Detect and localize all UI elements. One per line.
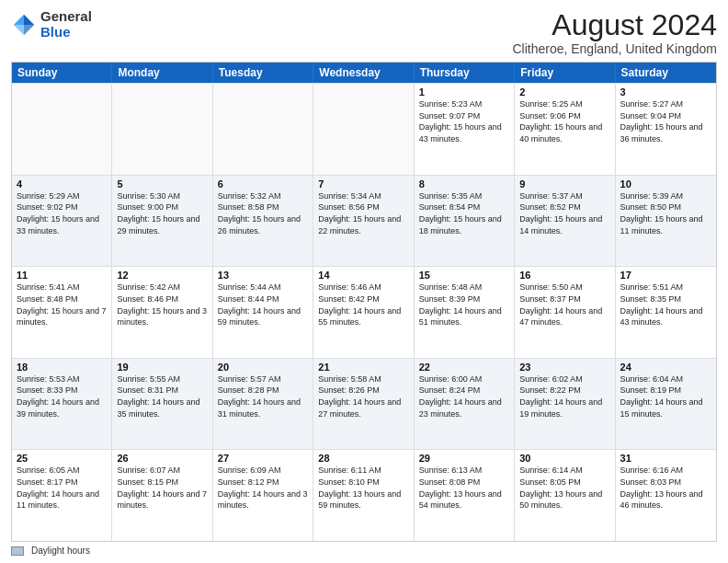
logo-icon — [11, 12, 37, 38]
day-number: 22 — [419, 362, 509, 373]
day-number: 1 — [419, 86, 509, 98]
calendar-cell: 17Sunrise: 5:51 AM Sunset: 8:35 PM Dayli… — [616, 267, 716, 358]
calendar-cell: 23Sunrise: 6:02 AM Sunset: 8:22 PM Dayli… — [515, 359, 615, 450]
page: General Blue August 2024 Clitheroe, Engl… — [0, 0, 728, 563]
day-info: Sunrise: 5:55 AM Sunset: 8:31 PM Dayligh… — [117, 373, 207, 419]
day-number: 15 — [419, 270, 509, 281]
day-info: Sunrise: 5:42 AM Sunset: 8:46 PM Dayligh… — [117, 282, 207, 327]
calendar-cell: 31Sunrise: 6:16 AM Sunset: 8:03 PM Dayli… — [616, 450, 716, 541]
header: General Blue August 2024 Clitheroe, Engl… — [11, 9, 717, 56]
calendar-cell: 12Sunrise: 5:42 AM Sunset: 8:46 PM Dayli… — [112, 267, 212, 358]
footer: Daylight hours — [11, 546, 717, 556]
day-info: Sunrise: 5:32 AM Sunset: 8:58 PM Dayligh… — [218, 190, 308, 236]
calendar-cell: 13Sunrise: 5:44 AM Sunset: 8:44 PM Dayli… — [213, 267, 313, 358]
calendar-header-row: SundayMondayTuesdayWednesdayThursdayFrid… — [12, 63, 716, 83]
day-info: Sunrise: 6:09 AM Sunset: 8:12 PM Dayligh… — [218, 465, 308, 511]
calendar-cell: 16Sunrise: 5:50 AM Sunset: 8:37 PM Dayli… — [515, 267, 615, 358]
day-info: Sunrise: 5:37 AM Sunset: 8:52 PM Dayligh… — [519, 190, 609, 236]
calendar-cell: 25Sunrise: 6:05 AM Sunset: 8:17 PM Dayli… — [12, 450, 112, 541]
day-number: 30 — [519, 453, 609, 464]
day-info: Sunrise: 6:13 AM Sunset: 8:08 PM Dayligh… — [419, 465, 509, 511]
calendar-cell: 2Sunrise: 5:25 AM Sunset: 9:06 PM Daylig… — [515, 84, 615, 175]
day-info: Sunrise: 5:29 AM Sunset: 9:02 PM Dayligh… — [17, 190, 107, 236]
day-info: Sunrise: 5:44 AM Sunset: 8:44 PM Dayligh… — [218, 282, 308, 327]
logo-text: General Blue — [40, 9, 92, 40]
day-info: Sunrise: 5:27 AM Sunset: 9:04 PM Dayligh… — [620, 98, 711, 144]
calendar: SundayMondayTuesdayWednesdayThursdayFrid… — [11, 62, 717, 542]
calendar-cell: 5Sunrise: 5:30 AM Sunset: 9:00 PM Daylig… — [112, 176, 212, 267]
day-number: 10 — [620, 178, 711, 190]
day-number: 14 — [318, 270, 408, 281]
legend-box — [11, 546, 24, 556]
day-info: Sunrise: 6:02 AM Sunset: 8:22 PM Dayligh… — [519, 373, 609, 419]
day-info: Sunrise: 5:35 AM Sunset: 8:54 PM Dayligh… — [419, 190, 509, 236]
calendar-cell: 8Sunrise: 5:35 AM Sunset: 8:54 PM Daylig… — [415, 176, 515, 267]
calendar-header-cell: Saturday — [616, 63, 716, 83]
calendar-cell — [112, 84, 212, 175]
day-number: 11 — [17, 270, 107, 281]
calendar-cell: 20Sunrise: 5:57 AM Sunset: 8:28 PM Dayli… — [213, 359, 313, 450]
calendar-cell: 3Sunrise: 5:27 AM Sunset: 9:04 PM Daylig… — [616, 84, 716, 175]
day-info: Sunrise: 6:11 AM Sunset: 8:10 PM Dayligh… — [318, 465, 408, 511]
day-number: 25 — [17, 453, 107, 464]
logo-general-text: General — [40, 9, 92, 25]
day-number: 4 — [17, 178, 107, 190]
day-info: Sunrise: 6:05 AM Sunset: 8:17 PM Dayligh… — [17, 465, 107, 511]
calendar-cell: 15Sunrise: 5:48 AM Sunset: 8:39 PM Dayli… — [415, 267, 515, 358]
day-info: Sunrise: 6:07 AM Sunset: 8:15 PM Dayligh… — [117, 465, 207, 511]
calendar-row: 18Sunrise: 5:53 AM Sunset: 8:33 PM Dayli… — [12, 358, 716, 450]
calendar-header-cell: Friday — [515, 63, 615, 83]
day-info: Sunrise: 6:00 AM Sunset: 8:24 PM Dayligh… — [419, 373, 509, 419]
day-info: Sunrise: 5:57 AM Sunset: 8:28 PM Dayligh… — [218, 373, 308, 419]
day-number: 29 — [419, 453, 509, 464]
calendar-cell: 1Sunrise: 5:23 AM Sunset: 9:07 PM Daylig… — [415, 84, 515, 175]
svg-marker-3 — [24, 25, 34, 35]
calendar-cell — [313, 84, 414, 175]
day-number: 18 — [17, 362, 107, 373]
day-number: 9 — [519, 178, 609, 190]
calendar-cell: 22Sunrise: 6:00 AM Sunset: 8:24 PM Dayli… — [415, 359, 515, 450]
calendar-cell: 26Sunrise: 6:07 AM Sunset: 8:15 PM Dayli… — [112, 450, 212, 541]
calendar-cell: 10Sunrise: 5:39 AM Sunset: 8:50 PM Dayli… — [616, 176, 716, 267]
logo: General Blue — [11, 9, 92, 40]
day-number: 17 — [620, 270, 711, 281]
day-info: Sunrise: 5:34 AM Sunset: 8:56 PM Dayligh… — [318, 190, 408, 236]
day-number: 26 — [117, 453, 207, 464]
svg-marker-1 — [14, 14, 24, 24]
day-info: Sunrise: 5:30 AM Sunset: 9:00 PM Dayligh… — [117, 190, 207, 236]
calendar-row: 4Sunrise: 5:29 AM Sunset: 9:02 PM Daylig… — [12, 175, 716, 267]
calendar-body: 1Sunrise: 5:23 AM Sunset: 9:07 PM Daylig… — [12, 83, 716, 541]
day-info: Sunrise: 5:39 AM Sunset: 8:50 PM Dayligh… — [620, 190, 711, 236]
day-number: 3 — [620, 86, 711, 98]
day-number: 8 — [419, 178, 509, 190]
day-number: 20 — [218, 362, 308, 373]
calendar-cell: 21Sunrise: 5:58 AM Sunset: 8:26 PM Dayli… — [313, 359, 414, 450]
calendar-cell — [213, 84, 313, 175]
day-info: Sunrise: 5:25 AM Sunset: 9:06 PM Dayligh… — [519, 98, 609, 144]
main-title: August 2024 — [512, 9, 717, 41]
day-number: 13 — [218, 270, 308, 281]
logo-blue-text: Blue — [40, 25, 92, 40]
calendar-cell: 30Sunrise: 6:14 AM Sunset: 8:05 PM Dayli… — [515, 450, 615, 541]
day-number: 31 — [620, 453, 711, 464]
day-number: 27 — [218, 453, 308, 464]
svg-marker-2 — [14, 25, 24, 35]
calendar-cell: 6Sunrise: 5:32 AM Sunset: 8:58 PM Daylig… — [213, 176, 313, 267]
day-number: 12 — [117, 270, 207, 281]
calendar-cell: 27Sunrise: 6:09 AM Sunset: 8:12 PM Dayli… — [213, 450, 313, 541]
calendar-cell: 29Sunrise: 6:13 AM Sunset: 8:08 PM Dayli… — [415, 450, 515, 541]
calendar-cell: 7Sunrise: 5:34 AM Sunset: 8:56 PM Daylig… — [313, 176, 414, 267]
day-info: Sunrise: 5:41 AM Sunset: 8:48 PM Dayligh… — [17, 282, 107, 327]
calendar-header-cell: Thursday — [415, 63, 515, 83]
day-number: 23 — [519, 362, 609, 373]
calendar-row: 25Sunrise: 6:05 AM Sunset: 8:17 PM Dayli… — [12, 449, 716, 541]
subtitle: Clitheroe, England, United Kingdom — [512, 41, 717, 56]
calendar-header-cell: Wednesday — [313, 63, 414, 83]
day-number: 5 — [117, 178, 207, 190]
legend-text: Daylight hours — [31, 546, 90, 556]
calendar-row: 11Sunrise: 5:41 AM Sunset: 8:48 PM Dayli… — [12, 266, 716, 358]
day-number: 7 — [318, 178, 408, 190]
day-info: Sunrise: 6:16 AM Sunset: 8:03 PM Dayligh… — [620, 465, 711, 511]
day-info: Sunrise: 5:58 AM Sunset: 8:26 PM Dayligh… — [318, 373, 408, 419]
title-block: August 2024 Clitheroe, England, United K… — [512, 9, 717, 56]
